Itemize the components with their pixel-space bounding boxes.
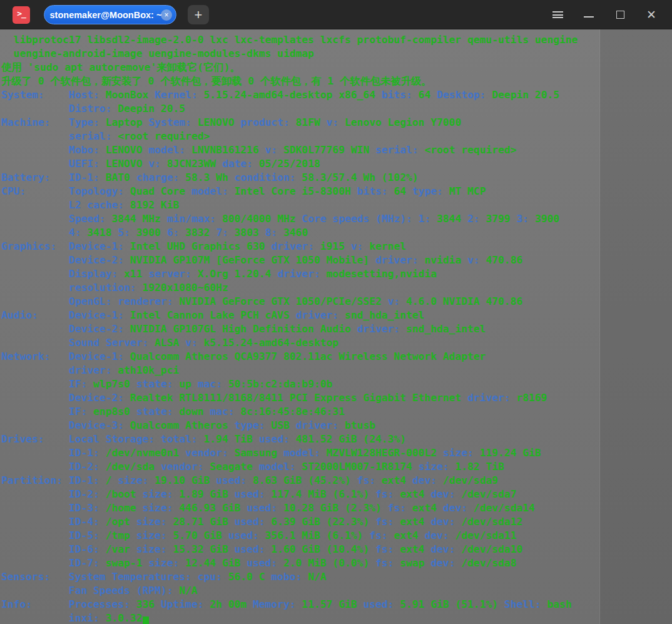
terminal-line: System: Host: MoonBox Kernel: 5.15.24-am… [1, 88, 671, 102]
terminal-line: Machine: Type: Laptop System: LENOVO pro… [1, 116, 671, 130]
terminal-line: Graphics: Device-1: Intel UHD Graphics 6… [1, 240, 671, 253]
terminal-line: 4: 3418 5: 3900 6: 3832 7: 3803 8: 3460 [1, 226, 671, 240]
terminal-line: inxi: 3.0.32 [1, 611, 671, 624]
terminal-line: Mobo: LENOVO model: LNVNB161216 v: SDK0L… [1, 143, 671, 157]
terminal-line: IF: enp8s0 state: down mac: 8c:16:45:8e:… [1, 405, 671, 419]
terminal-line: resolution: 1920x1080~60Hz [1, 281, 671, 295]
terminal-line: Sound Server: ALSA v: k5.15.24-amd64-des… [1, 336, 671, 350]
terminal-line: Sensors: System Temperatures: cpu: 56.0 … [1, 570, 671, 584]
terminal-line: Partition: ID-1: / size: 19.10 GiB used:… [1, 474, 671, 488]
terminal-line: ID-4: /opt size: 28.71 GiB used: 6.39 Gi… [1, 515, 671, 529]
terminal-line: libprotoc17 libsdl2-image-2.0-0 lxc lxc-… [1, 33, 671, 47]
terminal-line: L2 cache: 8192 KiB [1, 198, 671, 212]
terminal-glyph: >_ [17, 9, 26, 18]
terminal-line: 使用 'sudo apt autoremove'来卸载它(它们)。 [1, 61, 671, 74]
terminal-line: OpenGL: renderer: NVIDIA GeForce GTX 105… [1, 295, 671, 309]
minimize-button[interactable] [573, 0, 604, 29]
terminal-line: serial: <root required> [1, 130, 671, 143]
terminal-app-icon: >_ [13, 6, 30, 24]
maximize-icon [616, 11, 624, 19]
terminal-line: Info: Processes: 336 Uptime: 2h 00m Memo… [1, 598, 671, 611]
terminal-line: ID-2: /dev/sda vendor: Seagate model: ST… [1, 460, 671, 474]
titlebar[interactable]: >_ stonemaker@MoonBox: ~ × + ✕ [0, 0, 672, 29]
new-tab-button[interactable]: + [188, 5, 209, 24]
terminal-line: IF: wlp7s0 state: up mac: 50:5b:c2:da:b9… [1, 377, 671, 391]
menu-icon[interactable] [542, 0, 573, 29]
terminal-line: Distro: Deepin 20.5 [1, 102, 671, 116]
terminal-line: Display: x11 server: X.Org 1.20.4 driver… [1, 267, 671, 281]
terminal-line: Device-2: NVIDIA GP107GL High Definition… [1, 322, 671, 336]
tab-active[interactable]: stonemaker@MoonBox: ~ × [44, 5, 176, 24]
terminal-line: ID-6: /var size: 15.32 GiB used: 1.60 Gi… [1, 543, 671, 556]
terminal-line: Drives: Local Storage: total: 1.94 TiB u… [1, 432, 671, 446]
terminal-line: ID-7: swap-1 size: 12.44 GiB used: 2.0 M… [1, 556, 671, 570]
terminal-line: ID-3: /home size: 446.93 GiB used: 10.28… [1, 501, 671, 515]
close-button[interactable]: ✕ [636, 0, 667, 29]
terminal-line: Speed: 3844 MHz min/max: 800/4000 MHz Co… [1, 212, 671, 226]
terminal-line: 升级了 0 个软件包，新安装了 0 个软件包，要卸载 0 个软件包，有 1 个软… [1, 74, 671, 88]
wallpaper-seam [599, 29, 672, 624]
tab-title: stonemaker@MoonBox: ~ [50, 10, 162, 20]
terminal-cursor [143, 616, 149, 624]
terminal-content-area[interactable]: libprotoc17 libsdl2-image-2.0-0 lxc lxc-… [0, 29, 672, 624]
terminal-line: Device-2: Realtek RTL8111/8168/8411 PCI … [1, 391, 671, 405]
hamburger-icon [552, 10, 563, 20]
terminal-line: driver: ath10k_pci [1, 364, 671, 377]
terminal-window: >_ stonemaker@MoonBox: ~ × + ✕ libprotoc… [0, 0, 672, 624]
terminal-line: Network: Device-1: Qualcomm Atheros QCA9… [1, 350, 671, 364]
terminal-line: Audio: Device-1: Intel Cannon Lake PCH c… [1, 309, 671, 322]
tab-close-icon[interactable]: × [161, 9, 172, 21]
maximize-button[interactable] [604, 0, 636, 29]
terminal-line: UEFI: LENOVO v: 8JCN23WW date: 05/25/201… [1, 157, 671, 171]
terminal-output: libprotoc17 libsdl2-image-2.0-0 lxc lxc-… [1, 33, 671, 624]
terminal-line: CPU: Topology: Quad Core model: Intel Co… [1, 185, 671, 198]
window-controls: ✕ [542, 0, 667, 29]
terminal-line: Fan Speeds (RPM): N/A [1, 584, 671, 598]
terminal-line: Device-3: Qualcomm Atheros type: USB dri… [1, 419, 671, 432]
minimize-icon [584, 16, 594, 18]
terminal-line: Battery: ID-1: BAT0 charge: 58.3 Wh cond… [1, 171, 671, 185]
terminal-line: ID-2: /boot size: 1.89 GiB used: 117.4 M… [1, 488, 671, 501]
terminal-line: ID-5: /tmp size: 5.70 GiB used: 356.1 Mi… [1, 529, 671, 543]
terminal-line: Device-2: NVIDIA GP107M [GeForce GTX 105… [1, 253, 671, 267]
terminal-line: ID-1: /dev/nvme0n1 vendor: Samsung model… [1, 446, 671, 460]
terminal-line: uengine-android-image uengine-modules-dk… [1, 47, 671, 61]
